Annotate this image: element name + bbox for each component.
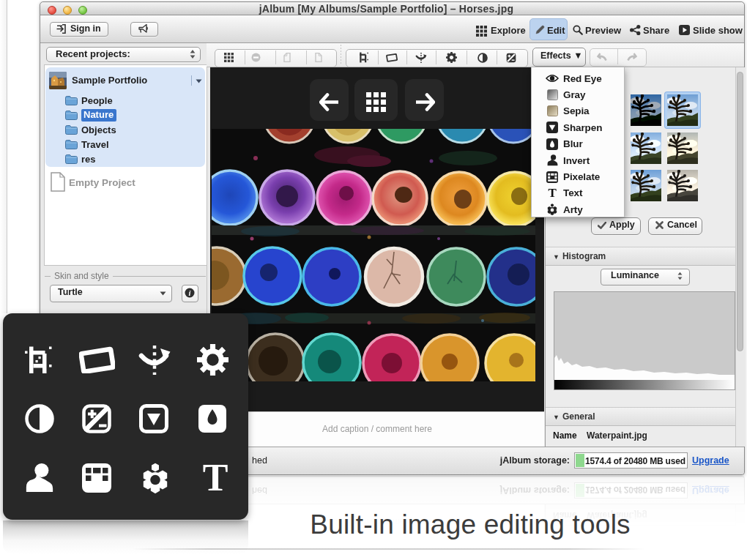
svg-text:i: i [189, 289, 191, 297]
